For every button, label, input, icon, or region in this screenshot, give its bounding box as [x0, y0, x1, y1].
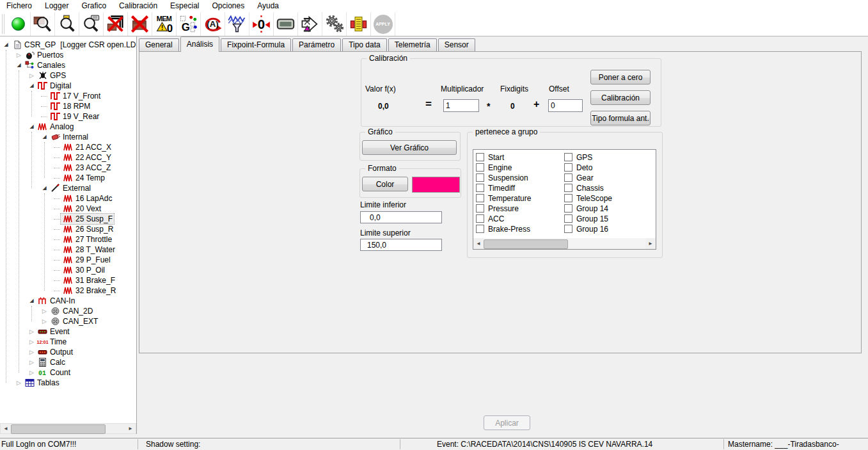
tree-row-internal[interactable]: ◢Internal — [0, 132, 136, 142]
search-logger-icon[interactable] — [31, 12, 55, 36]
expanded-arrow-icon[interactable]: ◢ — [15, 60, 22, 70]
checkbox-timediff[interactable] — [476, 184, 484, 192]
tree-item-20-vext[interactable]: 20 Vext — [61, 204, 102, 214]
tree-item-27-throttle[interactable]: 27 Throttle — [61, 234, 113, 245]
filter-channels-icon[interactable] — [225, 12, 249, 36]
tab-fixpoint-formula[interactable]: Fixpoint-Formula — [221, 38, 291, 51]
collapsed-arrow-icon[interactable]: ▷ — [15, 50, 22, 60]
tree-item-21-acc-x[interactable]: 21 ACC_X — [61, 142, 113, 152]
tree-item-csr-gp[interactable]: CSR_GP[Logger CSR open.LDD] — [10, 40, 137, 50]
measure-wait-icon[interactable] — [298, 12, 322, 36]
tree-row-tablas[interactable]: ▷Tablas — [0, 378, 136, 388]
checkbox-suspension[interactable] — [476, 173, 484, 182]
menu-calibracion[interactable]: Calibración — [113, 0, 164, 12]
collapsed-arrow-icon[interactable]: ▷ — [41, 316, 48, 326]
menu-logger[interactable]: Logger — [38, 0, 75, 12]
tree-row-31-brake-f[interactable]: 31 Brake_F — [0, 275, 136, 285]
tree-item-can-ext[interactable]: CAN_EXT — [48, 316, 99, 326]
checkbox-group-16[interactable] — [564, 225, 572, 233]
tree-item-count[interactable]: 01Count — [35, 367, 72, 378]
checkbox-gps[interactable] — [564, 153, 572, 161]
tree-row-24-temp[interactable]: 24 Temp — [0, 173, 136, 183]
tree-item-digital[interactable]: Digital — [35, 81, 72, 91]
checkbox-engine[interactable] — [476, 163, 484, 172]
tree-item-26-susp-r[interactable]: 26 Susp_R — [61, 224, 114, 234]
expanded-arrow-icon[interactable]: ◢ — [28, 296, 35, 306]
ver-grafico-button[interactable]: Ver Gráfico — [362, 140, 457, 155]
tree-item-gps[interactable]: GPS — [35, 70, 67, 81]
group-scrollbar-thumb[interactable] — [484, 239, 568, 249]
checkbox-acc[interactable] — [476, 214, 484, 223]
checkbox-group-14[interactable] — [564, 204, 572, 213]
clear-memory-icon[interactable]: MEM!0 — [152, 12, 177, 36]
tree-item-calc[interactable]: Calc — [35, 357, 67, 367]
tree-row-analog[interactable]: ◢Analog — [0, 122, 136, 132]
tree-row-29-p-fuel[interactable]: 29 P_Fuel — [0, 255, 136, 265]
aplicar-button[interactable]: Aplicar — [484, 415, 530, 430]
collapsed-arrow-icon[interactable]: ▷ — [28, 337, 35, 347]
tree-row-csr-gp[interactable]: ◢CSR_GP[Logger CSR open.LDD] — [0, 40, 136, 50]
expanded-arrow-icon[interactable]: ◢ — [28, 122, 35, 132]
disconnect-logger-icon[interactable] — [128, 12, 152, 36]
color-button[interactable]: Color — [362, 177, 408, 191]
checkbox-group-15[interactable] — [564, 214, 572, 223]
tree-row-puertos[interactable]: ▷Puertos — [0, 50, 136, 60]
tree-row-can-in[interactable]: ◢CAN-In — [0, 296, 136, 306]
checkbox-chassis[interactable] — [564, 184, 572, 192]
tree-row-calc[interactable]: ▷Calc — [0, 357, 136, 367]
collapsed-arrow-icon[interactable]: ▷ — [15, 378, 22, 388]
tree-row-21-acc-x[interactable]: 21 ACC_X — [0, 142, 136, 152]
group-list-scrollbar[interactable]: ◄ ► — [473, 238, 656, 249]
tree-item-output[interactable]: Output — [35, 347, 74, 357]
checkbox-pressure[interactable] — [476, 204, 484, 213]
write-flash-icon[interactable] — [347, 12, 371, 36]
tree-row-digital[interactable]: ◢Digital — [0, 81, 136, 91]
checkbox-brake-press[interactable] — [476, 225, 484, 233]
tree-item-31-brake-f[interactable]: 31 Brake_F — [61, 275, 116, 285]
tree-item-tablas[interactable]: Tablas — [22, 378, 61, 388]
tree-item-30-p-oil[interactable]: 30 P_Oil — [61, 265, 106, 275]
checkbox-temperature[interactable] — [476, 194, 484, 202]
tree-item-25-susp-f[interactable]: 25 Susp_F — [61, 214, 114, 224]
expanded-arrow-icon[interactable]: ◢ — [41, 183, 48, 193]
search-channels-icon[interactable] — [55, 12, 79, 36]
limite-superior-input[interactable] — [360, 239, 442, 251]
tab-tipo-data[interactable]: Tipo data — [342, 38, 387, 51]
collapsed-arrow-icon[interactable]: ▷ — [28, 357, 35, 367]
limite-inferior-input[interactable] — [360, 211, 442, 223]
logger-config-icon[interactable]: G — [177, 12, 201, 36]
calibracion-button[interactable]: Calibración — [590, 90, 651, 105]
logger-online-icon[interactable] — [6, 12, 31, 36]
tree-row-22-acc-y[interactable]: 22 ACC_Y — [0, 152, 136, 163]
tree-row-19-v-rear[interactable]: 19 V_Rear — [0, 111, 136, 122]
tree-item-32-brake-r[interactable]: 32 Brake_R — [61, 285, 117, 296]
scroll-left-arrow-icon[interactable]: ◄ — [473, 238, 484, 249]
collapsed-arrow-icon[interactable]: ▷ — [28, 367, 35, 378]
tree-row-count[interactable]: ▷01Count — [0, 367, 136, 378]
tree-row-32-brake-r[interactable]: 32 Brake_R — [0, 285, 136, 296]
tab-parametro[interactable]: Parámetro — [292, 38, 341, 51]
tree-item-event[interactable]: Event — [35, 326, 71, 337]
tab-telemetria[interactable]: Telemetría — [388, 38, 437, 51]
tree-item-can-2d[interactable]: CAN_2D — [48, 306, 94, 316]
tree-row-16-lapadc[interactable]: 16 LapAdc — [0, 193, 136, 204]
tree-item-18-rpm[interactable]: 18 RPM — [48, 101, 91, 111]
tab-sensor[interactable]: Sensor — [438, 38, 475, 51]
menu-opciones[interactable]: Opciones — [205, 0, 251, 12]
expanded-arrow-icon[interactable]: ◢ — [3, 40, 10, 50]
group-listbox[interactable]: ◄ ► StartEngineSuspensionTimediffTempera… — [473, 149, 656, 250]
tree-row-26-susp-r[interactable]: 26 Susp_R — [0, 224, 136, 234]
scroll-left-arrow-icon[interactable]: ◄ — [1, 424, 11, 433]
tree-row-28-t-water[interactable]: 28 T_Water — [0, 245, 136, 255]
tree-row-20-vext[interactable]: 20 Vext — [0, 204, 136, 214]
tree-row-output[interactable]: ▷Output — [0, 347, 136, 357]
tree-item-17-v-front[interactable]: 17 V_Front — [48, 91, 102, 101]
delete-logger-windows-icon[interactable] — [104, 12, 128, 36]
search-display-icon[interactable] — [79, 12, 104, 36]
tipo-formula-ant-button[interactable]: Tipo formula ant. — [590, 111, 651, 125]
tree-item-28-t-water[interactable]: 28 T_Water — [61, 245, 116, 255]
tree-row-30-p-oil[interactable]: 30 P_Oil — [0, 265, 136, 275]
multiplicador-input[interactable] — [443, 99, 479, 112]
tree-item-23-acc-z[interactable]: 23 ACC_Z — [61, 163, 112, 173]
checkbox-deto[interactable] — [564, 163, 572, 172]
